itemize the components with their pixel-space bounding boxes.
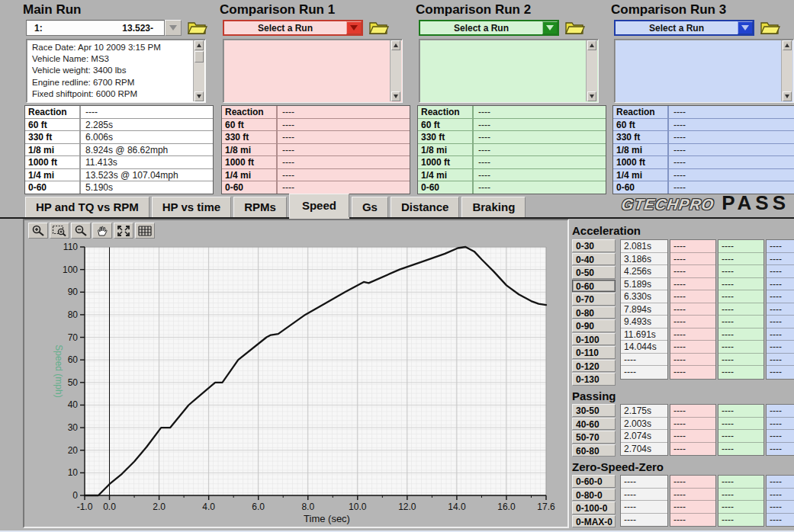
range-label-button[interactable]: 0-70 [572, 293, 616, 306]
triangle-down-icon [197, 95, 201, 98]
range-label-button[interactable]: 0-100 [572, 333, 616, 346]
run-dropdown-arrow-button[interactable] [738, 21, 753, 34]
range-label-button[interactable]: 50-70 [572, 431, 616, 444]
comparison-3-run-selector[interactable]: Select a Run [614, 20, 754, 36]
range-label-button[interactable]: 30-50 [572, 404, 616, 417]
open-run-folder-button[interactable] [368, 20, 389, 36]
scrollbar-thumb[interactable] [194, 51, 204, 62]
open-run-folder-button[interactable] [564, 20, 585, 36]
row-label: 1/8 mi [25, 144, 81, 156]
view-tab[interactable]: Braking [461, 197, 526, 217]
scroll-down-button[interactable] [783, 91, 792, 101]
view-tab[interactable]: RPMs [233, 197, 287, 217]
comparison-3-value: ---- [767, 366, 794, 379]
range-label-button[interactable]: 0-100-0 [572, 502, 616, 514]
row-value: ---- [474, 106, 606, 118]
comparison-2-value: ---- [718, 278, 763, 291]
range-label-button[interactable]: 0-60-0 [572, 475, 616, 488]
range-label-button[interactable]: 0-130 [572, 373, 616, 386]
comparison-3-info-box[interactable] [614, 39, 794, 103]
passing-comparison-1-column: ---------------- [670, 404, 716, 456]
grid-toggle-button[interactable] [135, 223, 155, 239]
view-tab[interactable]: Speed [289, 194, 349, 217]
row-value: ---- [278, 169, 410, 181]
zoom-out-button[interactable] [71, 223, 91, 239]
open-run-folder-button[interactable] [760, 20, 780, 36]
comparison-2-run-selector[interactable]: Select a Run [419, 20, 559, 36]
range-label-button[interactable]: 0-80 [572, 306, 616, 319]
range-label-button[interactable]: 0-80-0 [572, 489, 616, 502]
scroll-up-button[interactable] [587, 40, 596, 50]
range-label-button[interactable]: 0-50 [572, 266, 616, 279]
info-scrollbar[interactable] [193, 40, 204, 101]
row-value: ---- [278, 131, 410, 143]
range-label-button[interactable]: 0-MAX-0 [572, 515, 616, 528]
comparison-3-value: ---- [767, 354, 794, 367]
view-tab[interactable]: Gs [352, 197, 388, 217]
comparison-1-run-selector[interactable]: Select a Run [223, 20, 363, 36]
range-label-button[interactable]: 0-30 [572, 239, 616, 252]
zsz-comparison-1-column: ---------------- [670, 475, 716, 527]
view-tab[interactable]: HP vs time [152, 197, 231, 217]
main-run-value: 14.044s [621, 341, 667, 354]
range-label-button[interactable]: 0-120 [572, 360, 616, 373]
info-scrollbar[interactable] [390, 40, 401, 101]
grid-icon [137, 225, 153, 237]
main-run-value: 7.894s [621, 303, 667, 316]
row-label: 1000 ft [222, 156, 278, 168]
triangle-up-icon [785, 43, 789, 47]
open-run-folder-button[interactable] [187, 20, 207, 36]
svg-text:8.0: 8.0 [301, 502, 314, 512]
run-info-line: Race Date: Apr 10 2009 3:15 PM [32, 42, 190, 53]
zoom-window-button[interactable] [50, 223, 69, 239]
info-scrollbar[interactable] [781, 40, 792, 101]
scroll-down-button[interactable] [587, 91, 596, 101]
table-row: 60 ft 2.285s [25, 119, 213, 132]
comparison-run-2-section: Comparison Run 2 Select a Run [416, 2, 608, 195]
view-tab[interactable]: HP and TQ vs RPM [25, 197, 149, 217]
pan-button[interactable] [92, 223, 112, 239]
comparison-1-value: ---- [670, 489, 715, 502]
row-label: 1000 ft [613, 156, 669, 168]
row-label: 1/4 mi [418, 169, 474, 181]
comparison-2-info-box[interactable] [419, 39, 599, 103]
range-label-button[interactable]: 60-80 [572, 444, 616, 457]
row-value: ---- [278, 144, 410, 156]
scroll-up-button[interactable] [194, 40, 204, 50]
view-tab[interactable]: Distance [391, 197, 460, 217]
comparison-1-value: ---- [670, 405, 715, 418]
info-scrollbar[interactable] [586, 40, 597, 101]
row-label: 60 ft [222, 119, 278, 131]
svg-text:12.0: 12.0 [398, 502, 416, 512]
main-run-info-box[interactable]: Race Date: Apr 10 2009 3:15 PM Vehicle N… [26, 39, 206, 103]
comparison-2-value: ---- [718, 341, 763, 354]
acceleration-comparison-1-column: ----------------------------------------… [670, 239, 716, 380]
range-label-button[interactable]: 0-110 [572, 346, 616, 359]
run-dropdown-arrow-button[interactable] [165, 20, 182, 36]
row-label: Reaction [25, 106, 81, 118]
scroll-down-button[interactable] [391, 91, 400, 101]
row-value: 2.285s [81, 119, 213, 131]
range-label-button[interactable]: 0-40 [572, 253, 616, 266]
scroll-down-button[interactable] [194, 91, 204, 101]
range-label-button[interactable]: 0-90 [572, 319, 616, 332]
scroll-up-button[interactable] [391, 40, 400, 50]
fit-to-window-button[interactable] [114, 223, 133, 239]
svg-text:Time (sec): Time (sec) [304, 513, 350, 524]
main-run-selector[interactable]: 1: 13.523- [26, 20, 165, 36]
run-dropdown-arrow-button[interactable] [346, 21, 362, 34]
results-side-panel: Acceleration 0-300-400-500-600-700-800-9… [571, 219, 794, 532]
row-value: 5.190s [81, 181, 213, 194]
range-label-button[interactable]: 0-60 [572, 280, 616, 293]
chevron-down-icon [546, 25, 554, 30]
run-dropdown-arrow-button[interactable] [542, 21, 558, 34]
comparison-3-value: ---- [767, 316, 794, 328]
comparison-1-info-box[interactable] [223, 39, 403, 103]
scroll-up-button[interactable] [783, 40, 792, 50]
range-label-button[interactable]: 40-60 [572, 418, 616, 431]
row-value: ---- [81, 106, 213, 118]
zoom-in-button[interactable] [28, 223, 48, 239]
comparison-1-value: ---- [670, 501, 715, 514]
comparison-3-value: ---- [767, 443, 794, 456]
speed-vs-time-chart[interactable]: 0102030405060708090100110-1.00.02.04.06.… [25, 240, 568, 527]
